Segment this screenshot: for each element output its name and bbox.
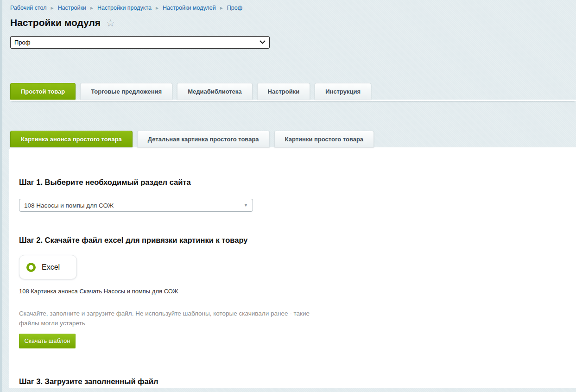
download-note: Скачайте, заполните и загрузите файл. Не… bbox=[19, 309, 327, 329]
favorite-star-icon[interactable]: ☆ bbox=[106, 18, 115, 28]
breadcrumb-item-settings[interactable]: Настройки bbox=[58, 5, 86, 11]
tab-simple-product[interactable]: Простой товар bbox=[10, 83, 76, 100]
tab-trade-offers[interactable]: Торговые предложения bbox=[80, 83, 172, 100]
download-template-button[interactable]: Скачать шаблон bbox=[19, 334, 76, 348]
breadcrumb-item-prof[interactable]: Проф bbox=[227, 5, 242, 11]
dropdown-arrow-icon: ▼ bbox=[244, 203, 248, 208]
site-section-select[interactable]: 108 Насосы и помпы для СОЖ ▼ bbox=[19, 199, 253, 212]
template-file-label: 108 Картинка анонса Скачать Насосы и пом… bbox=[19, 288, 567, 295]
sub-tabs: Картинка анонса простого товара Детальна… bbox=[10, 131, 576, 149]
tab-media-library[interactable]: Медиабиблиотека bbox=[177, 83, 252, 100]
breadcrumb-item-desktop[interactable]: Рабочий стол bbox=[10, 5, 46, 11]
step1-heading: Шаг 1. Выберите необходимый раздел сайта bbox=[19, 178, 567, 187]
main-tabs: Простой товар Торговые предложения Медиа… bbox=[10, 83, 576, 101]
breadcrumb-separator-icon: ▶ bbox=[156, 6, 158, 10]
excel-format-option[interactable]: Excel bbox=[19, 255, 77, 279]
breadcrumb-item-product-settings[interactable]: Настройки продукта bbox=[97, 5, 152, 11]
breadcrumb-separator-icon: ▶ bbox=[220, 6, 223, 10]
site-section-select-value: 108 Насосы и помпы для СОЖ bbox=[24, 202, 114, 209]
breadcrumb-separator-icon: ▶ bbox=[90, 6, 93, 10]
subtab-announce-image[interactable]: Картинка анонса простого товара bbox=[10, 131, 133, 147]
step3-heading: Шаг 3. Загрузите заполненный файл bbox=[19, 377, 567, 386]
radio-selected-icon bbox=[26, 263, 36, 272]
excel-format-label: Excel bbox=[42, 263, 60, 272]
breadcrumb-item-module-settings[interactable]: Настройки модулей bbox=[163, 5, 216, 11]
subtab-product-images[interactable]: Картинки простого товара bbox=[274, 131, 374, 147]
page: Рабочий стол ▶ Настройки ▶ Настройки про… bbox=[2, 0, 576, 388]
breadcrumb-separator-icon: ▶ bbox=[51, 6, 53, 10]
tab-settings[interactable]: Настройки bbox=[257, 83, 310, 100]
content-panel: Шаг 1. Выберите необходимый раздел сайта… bbox=[9, 149, 576, 388]
step2-heading: Шаг 2. Скачайте файл excel для привязки … bbox=[19, 236, 567, 245]
title-row: Настройки модуля ☆ bbox=[10, 17, 576, 28]
tab-instruction[interactable]: Инструкция bbox=[315, 83, 371, 100]
breadcrumb: Рабочий стол ▶ Настройки ▶ Настройки про… bbox=[10, 0, 576, 11]
module-select[interactable]: Проф bbox=[10, 36, 270, 49]
page-title: Настройки модуля bbox=[10, 17, 101, 28]
chevron-down-icon bbox=[260, 40, 266, 44]
module-select-value: Проф bbox=[14, 39, 31, 46]
subtab-detail-image[interactable]: Детальная картинка простого товара bbox=[137, 131, 270, 147]
